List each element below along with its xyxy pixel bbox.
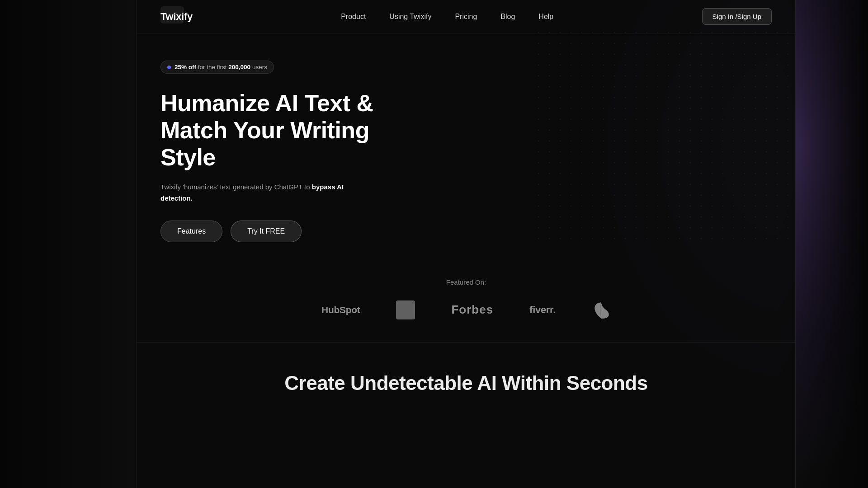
forbes-logo: Forbes	[451, 303, 493, 317]
nav-link-help[interactable]: Help	[538, 13, 553, 20]
dot-pattern	[533, 27, 795, 244]
featured-section: Featured On: HubSpot Forbes fiverr.	[137, 278, 795, 319]
nav-item-help[interactable]: Help	[538, 13, 553, 21]
nav-item-using-twixify[interactable]: Using Twixify	[389, 13, 431, 21]
promo-dot	[167, 66, 171, 69]
cta-row: Features Try It FREE	[160, 221, 772, 242]
content-area: Twixify Product Using Twixify Pricing Bl…	[137, 0, 796, 488]
nav-link-using-twixify[interactable]: Using Twixify	[389, 13, 431, 20]
leaf-logo	[592, 300, 611, 319]
nav-item-product[interactable]: Product	[341, 13, 366, 21]
nav-item-blog[interactable]: Blog	[500, 13, 515, 21]
nav-partial-image	[160, 6, 184, 23]
hero-heading: Humanize AI Text & Match Your Writing St…	[160, 90, 396, 171]
hubspot-logo: HubSpot	[321, 305, 360, 315]
featured-label: Featured On:	[160, 278, 772, 286]
leaf-icon	[592, 300, 611, 319]
signin-button[interactable]: Sign In /Sign Up	[702, 8, 772, 25]
features-button[interactable]: Features	[160, 221, 222, 242]
nav-link-product[interactable]: Product	[341, 13, 366, 20]
hero-subtext: Twixify 'humanizes' text generated by Ch…	[160, 182, 350, 204]
nav-link-blog[interactable]: Blog	[500, 13, 515, 20]
fiverr-logo: fiverr.	[529, 304, 556, 316]
promo-badge: 25% off for the first 200,000 users	[175, 64, 267, 70]
nav-links: Product Using Twixify Pricing Blog Help	[341, 13, 553, 21]
hero-section: 25% off for the first 200,000 users Huma…	[137, 33, 795, 242]
logos-row: HubSpot Forbes fiverr.	[160, 300, 772, 319]
bottom-section: Create Undetectable AI Within Seconds	[137, 343, 795, 424]
bottom-heading: Create Undetectable AI Within Seconds	[160, 372, 772, 394]
try-free-button[interactable]: Try It FREE	[231, 221, 302, 242]
navbar: Twixify Product Using Twixify Pricing Bl…	[137, 0, 795, 33]
unknown-square-logo	[396, 300, 415, 319]
spacer	[137, 319, 795, 342]
left-dark-panel	[0, 0, 140, 488]
promo-bar: 25% off for the first 200,000 users	[160, 61, 274, 74]
nav-item-pricing[interactable]: Pricing	[455, 13, 477, 21]
nav-link-pricing[interactable]: Pricing	[455, 13, 477, 20]
